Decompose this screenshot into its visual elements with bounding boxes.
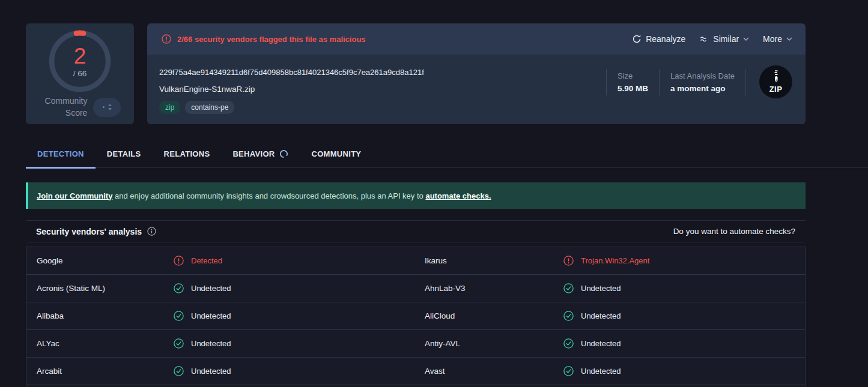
more-button[interactable]: More [763, 34, 792, 44]
detected-alert-icon [563, 256, 574, 266]
vendor-name: Google [37, 256, 174, 265]
tab-label: COMMUNITY [311, 149, 361, 158]
vendor-name: AhnLab-V3 [425, 284, 563, 293]
vendor-name: Avast [425, 367, 563, 376]
vendor-name: Acronis (Static ML) [37, 284, 174, 293]
vendor-result: Undetected [563, 366, 795, 376]
page-content: 2 / 66 CommunityScore [26, 23, 806, 387]
reanalyze-button[interactable]: Reanalyze [632, 34, 685, 44]
reanalyze-icon [632, 34, 642, 44]
vendor-result: Undetected [174, 311, 425, 321]
vendor-result: Undetected [174, 338, 425, 349]
vendor-name: Alibaba [37, 311, 174, 320]
tab-behavior[interactable]: BEHAVIOR [221, 139, 300, 168]
undetected-check-icon [563, 283, 574, 293]
score-total: / 66 [73, 69, 87, 78]
undetected-check-icon [174, 366, 184, 376]
tab-details[interactable]: DETAILS [96, 139, 153, 168]
loading-spinner-icon [279, 148, 289, 158]
chevron-down-icon [786, 37, 792, 41]
vendors-table: Google Detected Ikarus Trojan.Win32.Agen… [26, 247, 806, 387]
vendor-name: Antiy-AVL [425, 339, 563, 348]
community-vote-widget[interactable] [93, 98, 121, 117]
tab-label: DETAILS [107, 149, 141, 158]
vendor-result: Undetected [563, 338, 795, 349]
join-community-link[interactable]: Join our Community [37, 191, 112, 200]
community-score-card: 2 / 66 CommunityScore [26, 23, 134, 124]
vendor-result: Undetected [174, 366, 425, 376]
undetected-check-icon [563, 311, 574, 321]
community-banner: Join our Community and enjoy additional … [26, 182, 806, 209]
vendor-row: Google Detected Ikarus Trojan.Win32.Agen… [26, 247, 805, 275]
alert-icon [162, 34, 171, 44]
vendor-row: Arcabit Undetected Avast Undetected [26, 358, 805, 385]
detection-score-gauge: 2 / 66 [49, 30, 111, 92]
vendor-row: Acronis (Static ML) Undetected AhnLab-V3… [26, 275, 805, 302]
vendor-name: ALYac [37, 339, 174, 348]
vendor-result: Detected [174, 256, 425, 266]
detected-alert-icon [174, 256, 184, 266]
file-type-zip-icon: ZIP [759, 65, 792, 98]
zipper-icon [772, 70, 780, 85]
report-tabs: DETECTIONDETAILSRELATIONSBEHAVIORCOMMUNI… [26, 139, 868, 168]
size-label: Size [618, 71, 648, 80]
tab-detection[interactable]: DETECTION [26, 139, 96, 168]
vendor-row: Alibaba Undetected AliCloud Undetected [26, 302, 805, 330]
tab-label: BEHAVIOR [232, 149, 275, 158]
undetected-check-icon [174, 283, 184, 293]
last-analysis-label: Last Analysis Date [670, 71, 735, 80]
alert-text: 2/66 security vendors flagged this file … [177, 35, 366, 44]
vendor-result: Undetected [563, 311, 795, 321]
undetected-check-icon [563, 338, 574, 349]
score-value: 2 [74, 45, 86, 67]
tab-label: RELATIONS [164, 149, 210, 158]
vendor-name: Ikarus [425, 256, 563, 265]
more-label: More [763, 34, 782, 44]
last-analysis-value: a moment ago [670, 84, 735, 93]
tag-zip[interactable]: zip [159, 101, 180, 114]
vendors-analysis-header: Security vendors' analysis Do you want t… [26, 220, 806, 242]
file-summary: 229f75a4ae914349211d6f75d409858bc81f4021… [147, 55, 806, 124]
vendors-analysis-title: Security vendors' analysis [36, 227, 142, 236]
vendor-result: Undetected [174, 283, 425, 293]
reanalyze-label: Reanalyze [646, 34, 685, 44]
undetected-check-icon [174, 311, 184, 321]
info-icon[interactable] [147, 227, 156, 236]
vendor-name: AliCloud [425, 311, 563, 320]
zip-badge-label: ZIP [769, 85, 783, 94]
tag-contains-pe[interactable]: contains-pe [185, 101, 234, 114]
vendor-name: Arcabit [37, 367, 174, 376]
vote-down-icon[interactable] [108, 108, 112, 110]
chevron-down-icon [743, 37, 749, 41]
automate-checks-question[interactable]: Do you want to automate checks? [673, 227, 795, 236]
automate-checks-link[interactable]: automate checks. [425, 191, 491, 200]
tab-relations[interactable]: RELATIONS [153, 139, 222, 168]
size-value: 5.90 MB [618, 84, 648, 93]
tab-label: DETECTION [37, 149, 84, 158]
file-report-panel: 2/66 security vendors flagged this file … [147, 23, 806, 124]
divider [745, 69, 746, 95]
community-score-label: CommunityScore [45, 95, 88, 119]
similar-icon [699, 34, 709, 44]
vote-up-icon[interactable] [108, 104, 112, 106]
vote-dot-icon [103, 106, 105, 108]
undetected-check-icon [174, 338, 184, 349]
vendor-result: Undetected [563, 283, 795, 293]
vendor-result: Trojan.Win32.Agent [563, 256, 795, 266]
similar-button[interactable]: Similar [699, 34, 749, 44]
vendor-row: ALYac Undetected Antiy-AVL Undetected [26, 330, 805, 358]
tab-community[interactable]: COMMUNITY [300, 139, 372, 168]
similar-label: Similar [713, 34, 739, 44]
undetected-check-icon [563, 366, 574, 376]
alert-strip: 2/66 security vendors flagged this file … [147, 23, 806, 55]
malicious-alert: 2/66 security vendors flagged this file … [162, 34, 366, 44]
banner-text: and enjoy additional community insights … [112, 191, 425, 200]
